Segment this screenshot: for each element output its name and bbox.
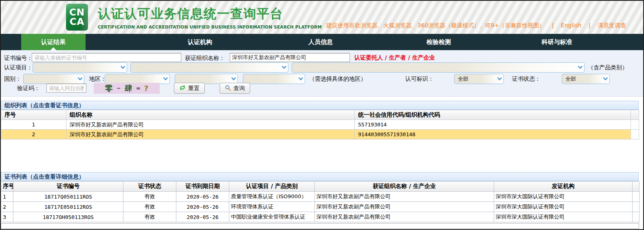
org-table: 序号 组织名称 统一社会信用代码/组织机构代码 1 深圳市好又新农副产品有限公司… (1, 110, 639, 139)
org-row-1[interactable]: 1 深圳市好又新农副产品有限公司 557193014 (1, 120, 639, 130)
cert-col-number: 证书编号 (13, 181, 123, 192)
district-select[interactable] (243, 74, 305, 84)
chevron-down-icon (77, 75, 83, 83)
org-row-code: 557193014 (355, 120, 631, 130)
org-col-name: 组织名称 (66, 110, 355, 120)
org-row-name: 深圳市好又新农副产品有限公司 (66, 130, 355, 139)
captcha-input[interactable] (46, 84, 86, 93)
cert-issuer: 深圳市深大国际认证有限公司 (494, 212, 633, 222)
reset-button[interactable]: 重置 (174, 83, 205, 94)
captcha-operator: － (116, 84, 122, 92)
cert-issuer: 深圳市深大国际认证有限公司 (494, 192, 633, 202)
cert-spacer (633, 212, 640, 222)
cert-issuer: 深圳市深大国际认证有限公司 (494, 202, 633, 212)
org-section-title: 组织列表（点击查看证书信息） (1, 101, 638, 109)
cert-org: 深圳市好又新农副产品有限公司 (315, 212, 494, 222)
separator: | (552, 22, 554, 29)
country-label: 国别： (4, 75, 21, 83)
cert-expiry: 2020-05-26 (176, 192, 229, 202)
chevron-down-icon (603, 75, 608, 83)
cert-col-seq: 序号 (1, 181, 13, 192)
cert-project: 质量管理体系认证（ISO9000） (229, 192, 315, 202)
browser-notice: 建议使用谷歌浏览器、火狐浏览器、360浏览器（极速模式）、IE9+（非兼容性视图… (326, 22, 545, 29)
cert-status-select[interactable]: 全部 (562, 74, 610, 84)
org-row-code: 914403005571930148 (355, 130, 631, 139)
org-row-2-selected[interactable]: 2 深圳市好又新农副产品有限公司 914403005571930148 (1, 130, 639, 139)
chevron-down-icon (298, 75, 303, 83)
captcha-question-mark: ? (144, 84, 148, 93)
page-header: CN CA 认证认可业务信息统一查询平台 CERTIFICATION AND A… (1, 1, 643, 34)
accred-mark-select[interactable]: 全部 (454, 74, 504, 84)
cert-status-value: 全部 (565, 74, 576, 84)
tab-inspection[interactable]: 检验检测 (407, 34, 471, 50)
search-button-label: 查询 (233, 85, 245, 92)
cert-row-1[interactable]: 1 18717Q050111ROS 有效 2020-05-26 质量管理体系认证… (1, 192, 640, 202)
search-button[interactable]: 查询 (220, 83, 250, 94)
tab-cert-results[interactable]: 认证结果 (21, 34, 86, 50)
region-suffix: （需选择具体的地区） (309, 75, 366, 83)
reset-button-label: 重置 (188, 85, 200, 92)
cert-col-status: 证书状态 (123, 181, 176, 192)
logo-line-1: CN (69, 8, 85, 17)
table-footer-strip (1, 223, 639, 229)
survey-link[interactable]: 满意度调查 (598, 22, 626, 29)
cert-no-input[interactable] (32, 53, 181, 62)
product-category-select[interactable] (292, 62, 585, 73)
chevron-down-icon (578, 64, 583, 71)
org-row-seq: 1 (1, 120, 66, 130)
english-link[interactable]: English (561, 22, 582, 29)
org-col-code: 统一社会信用代码/组织机构代码 (355, 110, 631, 120)
org-name-hint: 认证委托人 / 生产者 / 生产企业 (354, 54, 435, 62)
cert-status: 有效 (123, 192, 176, 202)
header-links: 建议使用谷歌浏览器、火狐浏览器、360浏览器（极速模式）、IE9+（非兼容性视图… (326, 22, 626, 29)
org-row-spacer (631, 130, 639, 139)
cert-col-issuer: 发证机构 (494, 181, 633, 192)
tab-personnel[interactable]: 人员信息 (288, 34, 353, 50)
chevron-down-icon (120, 64, 125, 71)
title-block: 认证认可业务信息统一查询平台 CERTIFICATION AND ACCREDI… (98, 5, 322, 29)
org-section-header: 组织列表（点击查看证书信息） (1, 101, 639, 110)
cert-project: 中国职业健康安全管理体系认证 (229, 212, 315, 222)
search-form: 证书编号： 获证组织名称： 认证委托人 / 生产者 / 生产企业 认证项目： （… (1, 50, 643, 97)
project-label: 认证项目： (4, 64, 33, 71)
project-sub-select[interactable] (130, 62, 288, 73)
cert-seq: 2 (1, 202, 13, 212)
cert-spacer (633, 202, 640, 212)
cnca-query-platform: CN CA 认证认可业务信息统一查询平台 CERTIFICATION AND A… (0, 0, 644, 230)
accred-mark-label: 认可标识： (405, 75, 434, 83)
chevron-down-icon (497, 75, 502, 83)
cert-section-title: 证书列表（点击查看详细信息） (1, 172, 638, 181)
cert-org: 深圳市好又新农副产品有限公司 (315, 202, 494, 212)
cert-project: 环境管理体系认证 (229, 202, 315, 212)
tab-research-standards[interactable]: 科研与标准 (525, 34, 589, 50)
cert-seq: 3 (1, 212, 13, 222)
search-icon (225, 85, 231, 92)
cert-status-label: 证书状态： (512, 75, 541, 83)
page-subtitle: CERTIFICATION AND ACCREDITATION UNIFIED … (98, 24, 322, 29)
captcha-label: 验证码： (17, 85, 40, 92)
country-select[interactable] (23, 74, 84, 84)
region-label: 地区： (89, 75, 106, 83)
cert-table: 序号 证书编号 证书状态 证书到期日期 认证项目 / 产品类别 获证组织名称 /… (1, 181, 640, 222)
cert-row-3[interactable]: 3 18717OH050113ROS 有效 2020-05-26 中国职业健康安… (1, 212, 640, 222)
chevron-down-icon (163, 75, 168, 83)
org-row-name: 深圳市好又新农副产品有限公司 (66, 120, 355, 130)
cert-expiry: 2020-05-26 (176, 202, 229, 212)
org-col-spacer (631, 110, 639, 120)
cert-col-expiry: 证书到期日期 (176, 181, 229, 192)
org-name-input[interactable] (230, 53, 350, 62)
org-row-spacer (631, 120, 639, 130)
cert-col-org: 获证组织名称 / 生产企业 (315, 181, 494, 192)
cert-status: 有效 (123, 202, 176, 212)
cert-expiry: 2020-05-26 (176, 212, 229, 222)
cert-row-2[interactable]: 2 18717E050112ROS 有效 2020-05-26 环境管理体系认证… (1, 202, 640, 212)
cert-section-header: 证书列表（点击查看详细信息） (1, 172, 639, 181)
page-title: 认证认可业务信息统一查询平台 (98, 5, 322, 22)
project-select[interactable] (33, 62, 127, 73)
cert-status: 有效 (123, 212, 176, 222)
org-name-label: 获证组织名称： (185, 55, 225, 62)
cert-seq: 1 (1, 192, 13, 202)
cert-number: 18717OH050113ROS (13, 212, 123, 222)
cert-col-project: 认证项目 / 产品类别 (229, 181, 315, 192)
tab-cert-bodies[interactable]: 认证机构 (168, 34, 232, 50)
